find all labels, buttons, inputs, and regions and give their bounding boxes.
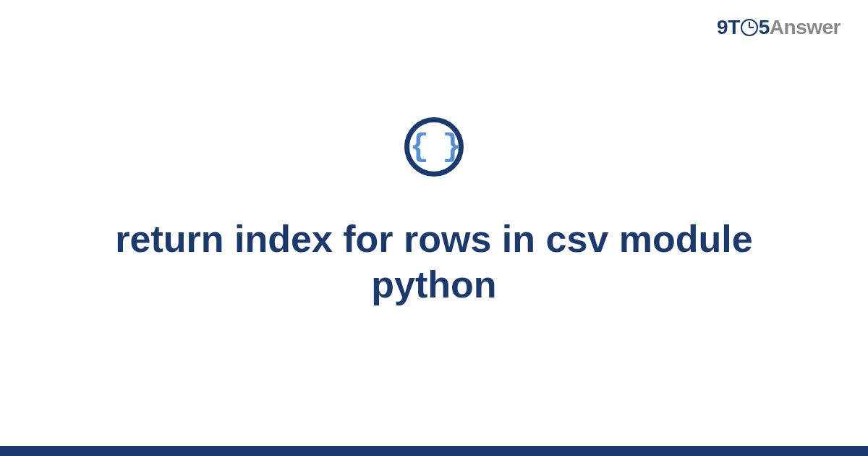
footer-accent-bar [0,446,868,456]
main-content: { } return index for rows in csv module … [0,0,868,446]
code-braces-icon: { } [409,131,458,163]
category-icon-circle: { } [404,117,464,177]
page-title: return index for rows in csv module pyth… [87,216,781,307]
